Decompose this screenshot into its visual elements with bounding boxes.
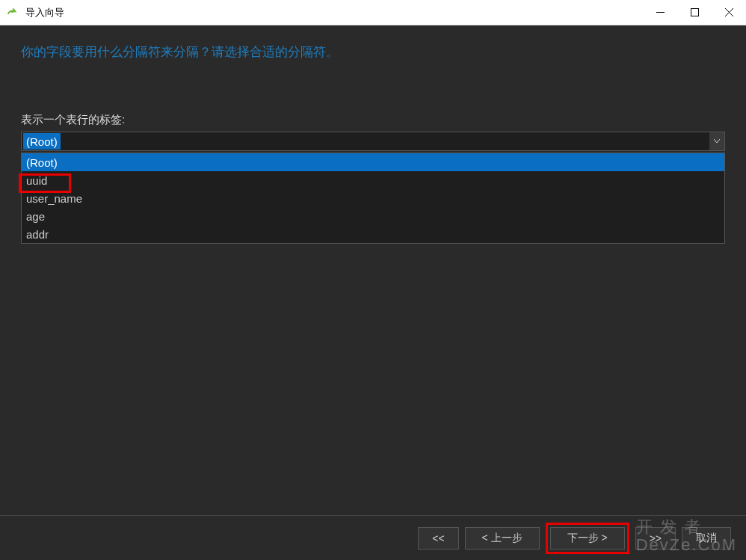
minimize-button[interactable] (643, 0, 677, 25)
cancel-button[interactable]: 取消 (682, 527, 731, 550)
window-title: 导入向导 (25, 6, 64, 19)
window-controls (643, 0, 746, 25)
maximize-button[interactable] (677, 0, 712, 25)
app-icon (6, 6, 19, 19)
svg-rect-1 (691, 9, 698, 16)
prev-button[interactable]: < 上一步 (465, 527, 540, 550)
wizard-content: 你的字段要用什么分隔符来分隔？请选择合适的分隔符。 表示一个表行的标签: (Ro… (0, 25, 746, 515)
dropdown-option-user-name[interactable]: user_name (22, 189, 724, 207)
first-button[interactable]: << (418, 527, 458, 550)
titlebar: 导入向导 (0, 0, 746, 25)
dropdown-option-root[interactable]: (Root) (22, 153, 724, 171)
row-tag-select[interactable]: (Root) (21, 132, 725, 151)
row-tag-label: 表示一个表行的标签: (21, 113, 725, 127)
dropdown-option-age[interactable]: age (22, 207, 724, 225)
dropdown-option-addr[interactable]: addr (22, 225, 724, 243)
row-tag-selected-value: (Root) (23, 133, 61, 150)
close-button[interactable] (712, 0, 746, 25)
chevron-down-icon[interactable] (709, 132, 724, 150)
row-tag-select-wrap: (Root) (Root) uuid user_name age addr (21, 132, 725, 244)
next-button[interactable]: 下一步 > (550, 527, 625, 550)
wizard-footer: << < 上一步 下一步 > >> 取消 (0, 515, 746, 560)
instruction-text: 你的字段要用什么分隔符来分隔？请选择合适的分隔符。 (21, 43, 725, 61)
dropdown-option-uuid[interactable]: uuid (22, 171, 724, 189)
row-tag-dropdown: (Root) uuid user_name age addr (21, 153, 725, 244)
annotation-highlight-next: 下一步 > (546, 523, 629, 554)
last-button[interactable]: >> (635, 527, 676, 550)
